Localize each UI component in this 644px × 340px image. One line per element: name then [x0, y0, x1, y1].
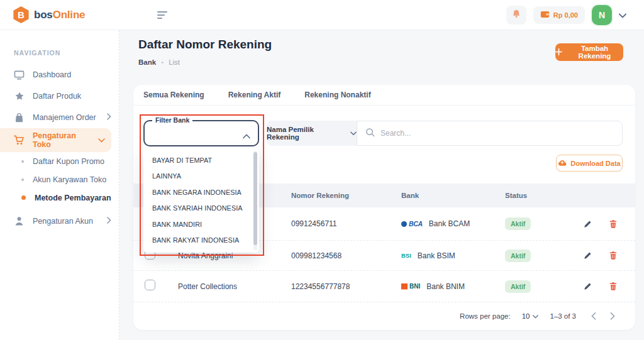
status-badge: Aktif [505, 217, 531, 230]
dropdown-option[interactable]: BAYAR DI TEMPAT [143, 152, 259, 168]
sidebar-subitem-metode-pembayaran[interactable]: Metode Pembayaran [0, 189, 119, 207]
chevron-left-icon [591, 312, 596, 320]
bsi-logo-text: BSI [401, 252, 411, 259]
bsi-bank-logo: BSI [401, 252, 411, 259]
top-right-cluster: Rp 0,00 N [506, 5, 644, 25]
bank-name: Bank BNIM [426, 282, 465, 291]
bullet-icon [21, 160, 24, 163]
previous-page-button[interactable] [590, 311, 597, 321]
bank-name: Bank BSIM [418, 251, 455, 260]
app-root: B bosOnline Rp 0,00 N [0, 0, 644, 340]
navigation-section-label: NAVIGATION [14, 49, 119, 57]
shopping-bag-icon [14, 112, 25, 123]
wallet-balance: Rp 0,00 [553, 11, 578, 19]
bullet-icon [21, 195, 26, 200]
chevron-right-icon [107, 217, 111, 226]
sidebar-collapse-icon[interactable] [157, 11, 167, 19]
bell-icon [511, 9, 521, 21]
delete-button[interactable] [608, 250, 619, 261]
owner-name-select[interactable]: Nama Pemilik Rekening [267, 121, 357, 146]
bank-cell: BNI Bank BNIM [401, 282, 505, 291]
owner-name-cell: Potter Collections [167, 282, 291, 291]
sidebar-item-manajemen-order[interactable]: Manajemen Order [0, 107, 119, 128]
dropdown-option[interactable]: BANK RAKYAT INDONESIA [143, 233, 259, 249]
dropdown-option[interactable]: BANK MANDIRI [143, 216, 259, 233]
bni-bank-logo: BNI [401, 283, 420, 290]
bank-cell: BSI Bank BSIM [401, 251, 505, 260]
logo-text-bos: bos [34, 9, 53, 21]
chevron-right-icon [610, 312, 615, 320]
delete-button[interactable] [608, 218, 619, 230]
status-badge: Aktif [505, 250, 531, 262]
top-bar: B bosOnline Rp 0,00 N [0, 0, 644, 30]
sidebar-item-label: Daftar Produk [33, 92, 81, 101]
bni-emblem-icon [401, 283, 408, 290]
tab-semua-rekening[interactable]: Semua Rekening [143, 90, 204, 99]
status-badge: Aktif [505, 280, 531, 293]
filter-bank-field[interactable]: Filter Bank [143, 120, 259, 146]
search-input[interactable] [380, 129, 594, 138]
user-avatar[interactable]: N [592, 5, 612, 25]
sidebar-subitem-akun-karyawan-toko[interactable]: Akun Karyawan Toko [0, 170, 119, 189]
wallet-icon [540, 9, 550, 21]
delete-button[interactable] [608, 280, 619, 292]
trash-icon [609, 219, 618, 229]
logo-hexagon-icon: B [13, 6, 30, 23]
wallet-balance-button[interactable]: Rp 0,00 [533, 6, 585, 24]
sidebar: NAVIGATION Dashboard Daftar Produk Manaj… [0, 30, 119, 340]
bank-cell: BCA Bank BCAM [401, 219, 505, 228]
search-icon [365, 128, 375, 140]
add-rekening-button[interactable]: Tambah Rekening [555, 43, 623, 61]
cloud-download-icon [558, 159, 567, 168]
breadcrumb: Bank • List [138, 58, 180, 66]
next-page-button[interactable] [609, 311, 616, 321]
sidebar-item-dashboard[interactable]: Dashboard [0, 64, 119, 85]
dropdown-option[interactable]: BANK SYARIAH INDONESIA [143, 200, 259, 217]
owner-select-label: Nama Pemilik Rekening [267, 126, 346, 141]
notifications-button[interactable] [506, 6, 526, 25]
rows-per-page-value: 10 [522, 312, 530, 320]
sidebar-item-label: Manajemen Order [33, 113, 96, 122]
rows-per-page-label: Rows per page: [460, 312, 511, 320]
trash-icon [609, 282, 618, 291]
app-logo[interactable]: B bosOnline [13, 6, 85, 23]
breadcrumb-bank[interactable]: Bank [138, 58, 156, 66]
bank-name: Bank BCAM [429, 219, 470, 228]
dropdown-scrollbar-thumb[interactable] [253, 152, 257, 245]
table-header-number: Nomor Rekening [291, 192, 401, 199]
plus-icon [555, 48, 562, 57]
tab-rekening-aktif[interactable]: Rekening Aktif [228, 90, 281, 99]
sidebar-item-label: Pengaturan Toko [33, 131, 90, 149]
sidebar-item-label: Dashboard [33, 70, 71, 79]
edit-button[interactable] [582, 250, 594, 261]
sidebar-subitem-daftar-kupon-promo[interactable]: Daftar Kupon Promo [0, 152, 119, 170]
sidebar-item-pengaturan-toko[interactable]: Pengaturan Toko [0, 128, 111, 152]
sidebar-item-pengaturan-akun[interactable]: Pengaturan Akun [0, 211, 119, 232]
tab-bar: Semua Rekening Rekening Aktif Rekening N… [133, 85, 635, 106]
logo-text-online: Online [53, 9, 86, 21]
download-data-label: Download Data [570, 160, 620, 167]
user-icon [14, 216, 25, 227]
trash-icon [609, 251, 618, 260]
account-chevron-down-icon[interactable] [619, 9, 626, 21]
download-data-button[interactable]: Download Data [556, 155, 623, 172]
account-number-cell: 09912456711 [291, 219, 401, 228]
page-title: Daftar Nomor Rekening [138, 38, 272, 52]
rows-per-page-select[interactable]: 10 [522, 312, 539, 320]
dropdown-option[interactable]: LAINNYA [143, 168, 259, 185]
dropdown-option[interactable]: BANK NEGARA INDONESIA [143, 184, 259, 200]
row-checkbox[interactable] [145, 280, 155, 290]
sidebar-item-label: Daftar Kupon Promo [33, 157, 104, 166]
edit-button[interactable] [582, 218, 594, 230]
bullet-icon [21, 178, 24, 181]
table-header-bank: Bank [401, 192, 505, 199]
breadcrumb-separator: • [161, 58, 164, 66]
tab-rekening-nonaktif[interactable]: Rekening Nonaktif [304, 90, 370, 99]
star-icon [14, 91, 25, 102]
chevron-down-icon [533, 312, 538, 320]
breadcrumb-list: List [169, 58, 180, 66]
edit-button[interactable] [582, 280, 594, 292]
sidebar-item-daftar-produk[interactable]: Daftar Produk [0, 85, 119, 107]
bni-logo-text: BNI [409, 283, 420, 290]
chevron-up-icon[interactable] [243, 130, 250, 141]
